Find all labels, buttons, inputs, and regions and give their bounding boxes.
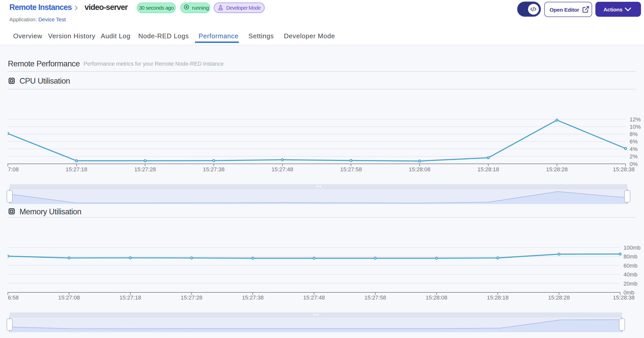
svg-text:10%: 10%	[630, 124, 641, 130]
svg-text:4%: 4%	[630, 146, 638, 152]
svg-text:15:28:08: 15:28:08	[409, 166, 431, 173]
svg-text:15:27:28: 15:27:28	[181, 294, 203, 301]
svg-text:12%: 12%	[630, 116, 641, 123]
svg-text:40mb: 40mb	[623, 271, 637, 278]
svg-text:2%: 2%	[630, 153, 638, 160]
svg-text:15:27:48: 15:27:48	[271, 166, 293, 173]
svg-text:15:28:18: 15:28:18	[487, 294, 509, 301]
svg-text:60mb: 60mb	[623, 262, 637, 269]
svg-text:15:27:38: 15:27:38	[242, 294, 264, 301]
svg-text:15:27:08: 15:27:08	[58, 294, 80, 301]
svg-text:6%: 6%	[630, 138, 638, 145]
svg-text:15:27:58: 15:27:58	[364, 294, 386, 301]
svg-text:15:27:18: 15:27:18	[66, 166, 87, 173]
svg-text:15:27:58: 15:27:58	[340, 166, 362, 173]
svg-text:15:28:28: 15:28:28	[546, 166, 568, 173]
svg-text:15:27:48: 15:27:48	[303, 294, 325, 301]
svg-text:15:27:28: 15:27:28	[134, 166, 156, 173]
svg-text:15:27:38: 15:27:38	[203, 166, 225, 173]
svg-text:6:58: 6:58	[8, 294, 19, 301]
svg-text:100mb: 100mb	[623, 245, 640, 251]
svg-text:15:28:38: 15:28:38	[613, 166, 635, 173]
svg-text:15:28:28: 15:28:28	[548, 294, 570, 301]
svg-text:0mb: 0mb	[623, 289, 634, 296]
svg-text:15:28:08: 15:28:08	[426, 294, 447, 301]
svg-text:7:08: 7:08	[8, 166, 19, 173]
svg-text:80mb: 80mb	[623, 253, 637, 260]
svg-text:15:28:18: 15:28:18	[477, 166, 499, 173]
svg-text:8%: 8%	[630, 131, 638, 137]
svg-text:0%: 0%	[630, 161, 638, 167]
svg-text:20mb: 20mb	[623, 280, 637, 287]
svg-text:15:27:18: 15:27:18	[120, 294, 141, 301]
